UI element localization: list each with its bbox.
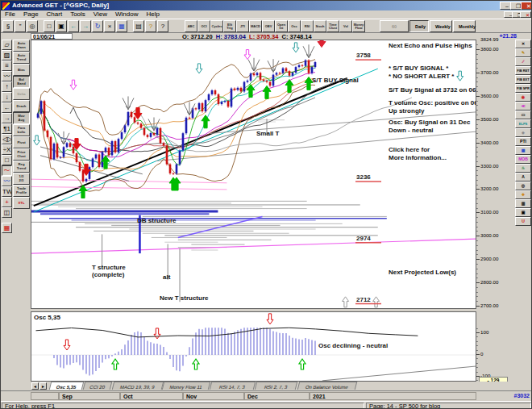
menu-help[interactable]: Help — [142, 10, 163, 19]
close-button[interactable]: ✕ — [521, 2, 532, 10]
arrow-left-icon[interactable]: ← — [2, 102, 12, 113]
tool-drach[interactable]: Drach — [13, 100, 30, 112]
more-information-link[interactable]: Click here for — [389, 146, 430, 153]
gann-grid-tool-icon[interactable]: ▦ — [515, 146, 531, 155]
osc-grid-tool-icon[interactable]: ▥ — [515, 199, 531, 208]
tool-trade-profile[interactable]: Trade Profile — [13, 185, 30, 197]
study-jti[interactable]: JTI — [236, 20, 249, 32]
tool-price-clust[interactable]: Price Clust — [13, 148, 30, 161]
pencil-tool-icon[interactable]: ✎ — [515, 48, 531, 57]
study-money-flow[interactable]: Money Flow — [352, 20, 365, 32]
pin-icon[interactable]: § — [2, 20, 14, 32]
help-icon[interactable]: ? — [145, 20, 156, 32]
tool-delta[interactable]: Delta — [13, 88, 30, 100]
tab-cci-20[interactable]: CCI 20 — [83, 382, 113, 390]
tab-osc-5-35[interactable]: Osc 5,35 — [49, 382, 85, 390]
study-vol[interactable]: Vol — [339, 20, 352, 32]
elliott-wave-icon[interactable]: 〰 — [2, 71, 12, 81]
tab-money-flow-11[interactable]: Money Flow 11 — [162, 382, 211, 390]
study-ellt-trig[interactable]: Ellt Trig — [223, 20, 236, 32]
new-chart-icon[interactable]: □ — [44, 20, 55, 32]
lock-chart-icon[interactable]: ▣ — [56, 20, 67, 32]
refresh-icon[interactable]: ↻ — [92, 20, 103, 32]
timeframe-daily[interactable]: Daily — [409, 20, 429, 32]
color-lines-icon[interactable]: 〰 — [2, 176, 12, 186]
prev-issue-icon[interactable]: ← — [68, 20, 79, 32]
study-open-int[interactable]: Open Int — [275, 20, 288, 32]
red-grid-icon[interactable]: ▦ — [2, 223, 12, 233]
ellipse-tool-icon[interactable]: ELPS — [515, 119, 531, 128]
tool-mov-avg[interactable]: Mov Avg — [13, 112, 30, 124]
fib-extension-tool[interactable]: FIB EXT — [515, 75, 531, 84]
pti-tool[interactable]: PTI — [515, 137, 531, 146]
tool-1-3-2-3[interactable]: 1/3 2/3 — [13, 173, 30, 185]
tool-reg-trend[interactable]: Reg Trend — [13, 161, 30, 173]
tab-scroll-left[interactable]: ◄ — [31, 382, 39, 390]
rectangle-tool-icon[interactable]: ▭ — [515, 111, 531, 119]
gann-tool-icon[interactable]: ◉ — [515, 93, 531, 102]
tool-bol-band[interactable]: Bol Band — [13, 76, 30, 88]
tool-bias[interactable]: Bias — [13, 64, 30, 76]
delete-tool-icon[interactable]: ✕ — [515, 40, 531, 48]
tab-scroll-right[interactable]: ► — [39, 382, 47, 390]
fan-tool-icon[interactable]: ≪ — [515, 102, 531, 111]
arrow-up-icon[interactable]: ↑ — [2, 81, 12, 92]
menu-tools[interactable]: Tools — [66, 10, 89, 19]
study-osc[interactable]: Osc — [288, 20, 301, 32]
study-obv[interactable]: OBV — [262, 20, 275, 32]
red-plus-icon[interactable]: + — [2, 197, 12, 207]
timeframe-weekly[interactable]: Weekly — [430, 20, 452, 32]
exit-icon[interactable]: ◫ — [2, 207, 12, 218]
box-icon[interactable]: □ — [2, 155, 12, 165]
tab-on-balance-volume[interactable]: On Balance Volume — [297, 382, 356, 390]
stamp-tool-icon[interactable]: ♨ — [515, 164, 531, 173]
study-rsi[interactable]: RSI — [301, 20, 314, 32]
delete-icon[interactable]: × — [104, 20, 115, 32]
bar-spacing-icon[interactable]: ◁▷ — [2, 134, 12, 144]
wave-label-icon[interactable]: ¶1 — [2, 123, 12, 134]
study-oci[interactable]: OCI — [197, 20, 210, 32]
page-icon[interactable]: ▦ — [116, 20, 127, 32]
copy-page-tool-icon[interactable]: ▣ — [515, 208, 531, 217]
fib-spread-tool[interactable]: FIB SPR — [515, 84, 531, 93]
diamond-tool-icon[interactable]: ◈ — [515, 128, 531, 137]
maximize-button[interactable]: ❐ — [510, 2, 522, 10]
zoom-icon[interactable]: ◎ — [27, 20, 38, 32]
tool-auto-gann[interactable]: Auto Gann — [13, 40, 30, 52]
arrow-down-icon[interactable]: ↓ — [2, 92, 12, 102]
tool-para-bolic[interactable]: Para bolic — [13, 124, 30, 136]
menu-chart[interactable]: Chart — [43, 10, 67, 19]
page-group-icon[interactable]: ▨ — [2, 50, 12, 61]
palette-tool-icon[interactable]: ❖ — [515, 190, 531, 199]
trendline-tool-icon[interactable]: ∕∕ — [515, 57, 531, 66]
menu-page[interactable]: Page — [19, 10, 43, 19]
quick-quote-icon[interactable]: ≡ — [2, 61, 12, 71]
quotes-icon[interactable]: ” — [15, 20, 26, 32]
tool-pivot[interactable]: Pivot — [13, 136, 30, 148]
child-close-button[interactable]: ✕ — [520, 11, 531, 18]
next-issue-icon[interactable]: → — [80, 20, 91, 32]
mob-tool[interactable]: MOB — [515, 155, 531, 164]
study-time-clust[interactable]: Time Clust — [326, 20, 339, 32]
study-cycles[interactable]: Cycles — [210, 20, 223, 32]
lines-icon[interactable]: 〜 — [2, 165, 12, 176]
tab-macd-19-39-9[interactable]: MACD 19, 39, 9 — [111, 382, 163, 390]
undo-tool[interactable]: U — [515, 217, 531, 226]
arrow-right-icon[interactable]: → — [2, 113, 12, 123]
tool-auto-trend[interactable]: Auto Trend — [13, 52, 30, 64]
study-stoch[interactable]: Stoch — [314, 20, 326, 32]
oscillator-pane[interactable]: Osc 5,35Osc declining - neutral — [31, 311, 476, 382]
scale-icon[interactable]: ÷X — [2, 144, 12, 155]
tool-xtl[interactable]: XTL — [13, 197, 30, 209]
study-macd[interactable]: MACD — [249, 20, 262, 32]
timeframe-monthly[interactable]: Monthly — [453, 20, 476, 32]
fib-retrace-tool[interactable]: FIB RET — [515, 66, 531, 75]
timeframe-60-minute[interactable]: 60 Minute — [380, 20, 409, 32]
print-icon[interactable]: ▤ — [133, 20, 144, 32]
tab-rsi-14-7-3[interactable]: RSI 14, 7, 3 — [210, 382, 256, 390]
menu-view[interactable]: View — [89, 10, 111, 19]
more-information-link[interactable]: More Information... — [389, 154, 447, 161]
minimize-button[interactable]: – — [500, 2, 511, 10]
open-chart-icon[interactable]: ▱ — [2, 40, 12, 50]
magnify-tool-icon[interactable]: ◎ — [515, 182, 531, 190]
